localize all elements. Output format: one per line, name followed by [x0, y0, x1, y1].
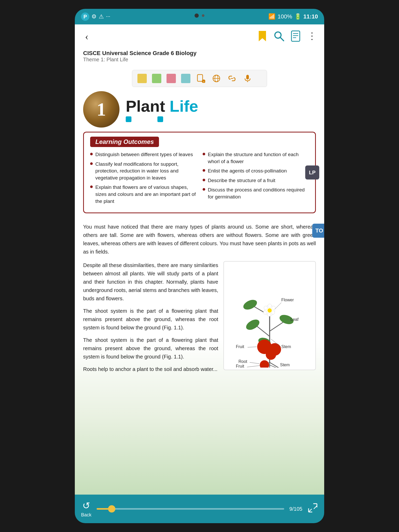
svg-text:Root: Root — [238, 359, 247, 364]
lo-column-2: Explain the structure and function of ea… — [203, 151, 309, 207]
expand-button[interactable] — [308, 503, 318, 515]
back-label: Back — [81, 512, 91, 518]
svg-line-46 — [248, 347, 257, 347]
lo-bullet-6 — [203, 179, 205, 181]
two-column-section: Despite all these dissimilarities, there… — [83, 261, 316, 377]
theme-header: 1 Plant Life — [75, 91, 324, 132]
link-icon-button[interactable] — [227, 73, 237, 84]
svg-marker-0 — [259, 31, 266, 41]
mic-icon — [243, 74, 252, 83]
search-button[interactable] — [273, 30, 285, 42]
lo-item-7: Discuss the process and conditions requi… — [203, 187, 309, 200]
learning-outcomes-box: Learning Outcomes Distinguish between di… — [83, 132, 316, 213]
lo-bullet-7 — [203, 188, 205, 191]
to-badge: TO — [312, 224, 324, 238]
paragraph-3: The shoot system is the part of a flower… — [83, 307, 218, 332]
lo-item-4: Explain the structure and function of ea… — [203, 151, 309, 165]
color-green[interactable] — [152, 74, 161, 83]
status-left: P ⚙ ⚠ ··· — [81, 12, 110, 21]
time-display: 11:10 — [303, 13, 318, 20]
lo-bullet-2 — [90, 162, 93, 165]
nav-left: ‹ — [81, 30, 92, 42]
color-pink[interactable] — [167, 74, 176, 83]
svg-line-60 — [309, 509, 312, 512]
lo-column-1: Distinguish between different types of l… — [90, 151, 196, 207]
svg-text:Fruit: Fruit — [236, 364, 244, 368]
text-column: Despite all these dissimilarities, there… — [83, 261, 218, 377]
expand-icon — [308, 503, 318, 513]
svg-line-42 — [275, 303, 281, 309]
progress-track[interactable] — [97, 508, 284, 510]
back-arrow-icon: ‹ — [85, 30, 88, 42]
status-right: 📶 100% 🔋 11:10 — [268, 13, 318, 20]
lo-item-2: Classify leaf modifications for support,… — [90, 161, 196, 182]
mic-icon-button[interactable] — [242, 73, 253, 84]
lo-bullet-4 — [203, 153, 205, 155]
content-area: TO You must have noticed that there are … — [75, 218, 324, 382]
svg-text:Fruit: Fruit — [236, 344, 244, 349]
plant-life-heading: Plant Life — [126, 97, 198, 115]
title-dots — [126, 116, 198, 122]
page-title: CISCE Universal Science Grade 6 Biology — [83, 50, 316, 57]
link-icon — [228, 74, 236, 83]
progress-thumb[interactable] — [108, 505, 115, 513]
bookmark-icon — [258, 30, 267, 42]
lo-item-6: Describe the structure of a fruit — [203, 177, 309, 184]
diagram-column: Flower Leaf Fruit Stem Root Fruit — [223, 261, 316, 377]
svg-point-35 — [263, 311, 267, 314]
status-icon-warning: ⚠ — [99, 13, 104, 20]
notes-icon — [290, 30, 301, 42]
wifi-icon: 📶 — [268, 13, 275, 20]
svg-line-59 — [314, 506, 317, 509]
svg-line-22 — [257, 326, 270, 336]
svg-point-40 — [260, 360, 269, 368]
svg-text:Leaf: Leaf — [290, 317, 299, 322]
toolbar-container: + — [75, 66, 324, 91]
globe-icon-button[interactable] — [211, 73, 222, 84]
color-yellow[interactable] — [137, 74, 147, 83]
progress-container — [97, 508, 284, 510]
svg-line-50 — [250, 362, 259, 364]
more-button[interactable]: ⋮ — [307, 30, 318, 42]
color-cyan[interactable] — [181, 74, 190, 83]
theme-title: Plant Life — [126, 97, 198, 122]
globe-circle: 1 — [83, 91, 119, 128]
page-subtitle: Theme 1: Plant Life — [83, 57, 316, 63]
svg-line-2 — [280, 37, 284, 41]
nav-right: ⋮ — [257, 30, 318, 42]
back-button-bottom[interactable]: ↺ Back — [81, 500, 91, 518]
bookmark-button[interactable] — [257, 30, 268, 42]
lo-item-1: Distinguish between different types of l… — [90, 151, 196, 158]
learning-outcomes-header: Learning Outcomes — [90, 137, 159, 147]
svg-line-23 — [270, 321, 285, 331]
bottom-bar: ↺ Back 9/105 — [75, 495, 324, 523]
status-dots: ··· — [106, 13, 110, 20]
lo-item-5: Enlist the agents of cross-pollination — [203, 168, 309, 175]
status-icon-1: ⚙ — [91, 13, 97, 20]
notes-button[interactable] — [290, 30, 301, 42]
svg-rect-3 — [291, 31, 300, 41]
svg-point-25 — [244, 317, 261, 332]
svg-point-33 — [271, 311, 275, 314]
back-button[interactable]: ‹ — [81, 30, 92, 42]
app-icon-p: P — [81, 12, 89, 21]
paragraph-2: Despite all these dissimilarities, there… — [83, 261, 218, 303]
breadcrumb-section: CISCE Universal Science Grade 6 Biology … — [75, 48, 324, 66]
svg-rect-14 — [246, 75, 249, 79]
svg-text:Stem: Stem — [281, 344, 291, 349]
svg-text:Flower: Flower — [281, 298, 294, 302]
paragraph-5: Roots help to anchor a plant to the soil… — [83, 365, 218, 373]
svg-point-27 — [242, 298, 258, 312]
plant-diagram: Flower Leaf Fruit Stem Root Fruit — [223, 261, 316, 370]
speaker-dot — [202, 14, 204, 17]
title-dot-left — [126, 116, 131, 122]
svg-line-52 — [247, 365, 261, 367]
plant-word: Plant — [126, 97, 165, 115]
theme-globe: 1 — [83, 91, 119, 128]
main-content: + — [75, 66, 324, 495]
document-icon-button[interactable]: + — [196, 73, 206, 84]
svg-point-39 — [266, 349, 276, 360]
svg-text:+: + — [203, 80, 204, 83]
battery-level: 100% — [277, 13, 292, 20]
content-scroll: + — [75, 66, 324, 382]
